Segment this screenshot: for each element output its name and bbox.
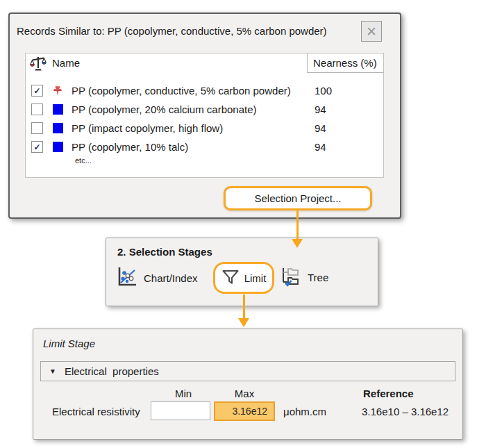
selection-stages-panel: 2. Selection Stages Chart/Index <box>106 238 378 306</box>
record-name: PP (copolymer, 10% talc) <box>72 141 315 153</box>
close-button[interactable]: ✕ <box>361 21 382 42</box>
dialog-title: Records Similar to: PP (copolymer, condu… <box>17 25 327 37</box>
arrowhead-icon <box>238 318 249 327</box>
row-checkbox[interactable] <box>31 103 43 115</box>
records-similar-dialog: Records Similar to: PP (copolymer, condu… <box>8 13 401 219</box>
arrowhead-icon <box>292 239 303 248</box>
table-row[interactable]: ✓ PP (copolymer, 10% talc) 94 <box>31 138 380 156</box>
row-checkbox[interactable] <box>31 122 43 134</box>
reference-value: 3.16e10 – 3.16e12 <box>362 406 449 417</box>
column-header-name: Name <box>52 53 80 73</box>
blue-square-icon <box>52 142 63 153</box>
record-nearness: 100 <box>315 85 332 97</box>
stage-tree[interactable]: Tree <box>280 266 328 289</box>
funnel-icon <box>221 268 240 288</box>
column-header-nearness[interactable]: Nearness (%) <box>307 53 383 73</box>
stage-chart-index[interactable]: Chart/Index <box>116 266 198 290</box>
blue-square-icon <box>52 104 63 115</box>
reference-column-label: Reference <box>363 388 414 399</box>
table-row[interactable]: PP (copolymer, 20% calcium carbonate) 94 <box>31 100 380 119</box>
selection-project-button[interactable]: Selection Project... <box>224 186 372 210</box>
screenshot-canvas: Records Similar to: PP (copolymer, condu… <box>0 0 477 448</box>
property-label: Electrical resistivity <box>52 406 140 417</box>
record-name: PP (copolymer, 20% calcium carbonate) <box>72 103 315 115</box>
table-row[interactable]: PP (impact copolymer, high flow) 94 <box>31 119 380 138</box>
max-input[interactable] <box>214 401 275 421</box>
unit-label: μohm.cm <box>283 406 326 417</box>
selection-stages-title: 2. Selection Stages <box>117 246 212 258</box>
limit-stage-panel: Limit Stage ▼ Electrical properties Min … <box>33 329 463 440</box>
record-nearness: 94 <box>315 122 326 134</box>
check-icon: ✓ <box>33 86 40 96</box>
blue-square-icon <box>52 123 63 134</box>
check-icon: ✓ <box>33 142 40 152</box>
min-column-label: Min <box>162 388 204 399</box>
compare-scales-icon <box>30 56 47 74</box>
stage-label: Limit <box>244 272 267 284</box>
record-nearness: 94 <box>315 141 326 153</box>
record-name: PP (copolymer, conductive, 5% carbon pow… <box>72 85 315 97</box>
more-rows-label: etc... <box>75 156 92 165</box>
pushpin-icon <box>52 85 63 97</box>
record-name: PP (impact copolymer, high flow) <box>72 122 315 134</box>
row-checkbox[interactable]: ✓ <box>31 141 43 153</box>
similar-records-table: Name Nearness (%) ✓ PP (copolymer, condu… <box>25 53 384 178</box>
stage-label: Tree <box>308 272 328 283</box>
min-input[interactable] <box>151 401 210 420</box>
section-label: Electrical properties <box>65 365 159 377</box>
stage-label: Chart/Index <box>144 272 198 284</box>
tree-icon <box>280 266 302 289</box>
limit-stage-title: Limit Stage <box>43 338 95 349</box>
table-header: Name Nearness (%) <box>26 53 383 73</box>
stage-limit[interactable]: Limit <box>213 262 274 294</box>
close-icon: ✕ <box>366 24 377 40</box>
record-nearness: 94 <box>315 103 326 115</box>
chart-index-icon <box>116 266 138 290</box>
electrical-properties-section-header[interactable]: ▼ Electrical properties <box>40 361 455 381</box>
collapse-triangle-icon: ▼ <box>49 367 56 375</box>
row-checkbox[interactable]: ✓ <box>31 85 43 97</box>
max-column-label: Max <box>224 388 265 399</box>
table-row[interactable]: ✓ PP (copolymer, conductive, 5% carbon p… <box>31 81 380 100</box>
